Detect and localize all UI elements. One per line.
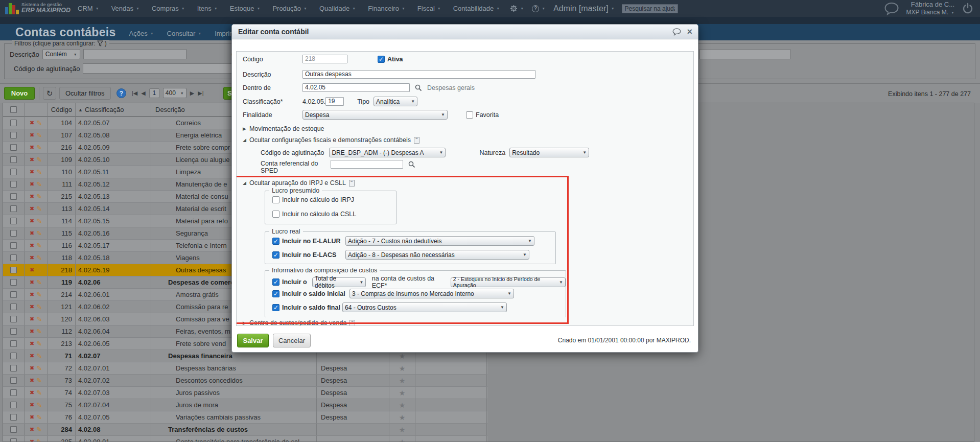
delete-icon[interactable]: ✖ — [30, 353, 34, 359]
edit-pencil-icon[interactable]: ✎ — [36, 242, 42, 249]
edit-pencil-icon[interactable]: ✎ — [36, 205, 42, 213]
delete-icon[interactable]: ✖ — [30, 156, 34, 163]
table-row[interactable]: ✖✎734.02.07.02Descontos concedidosDespes… — [3, 375, 487, 387]
favorita-cell[interactable]: ★ — [389, 399, 415, 411]
edit-pencil-icon[interactable]: ✎ — [36, 303, 42, 311]
finalidade-select[interactable]: Despesa ▼ — [302, 110, 448, 120]
edit-pencil-icon[interactable]: ✎ — [36, 315, 42, 323]
row-checkbox[interactable] — [10, 181, 17, 188]
menu-item-contabilidade[interactable]: Contabilidade▼ — [453, 5, 500, 12]
modal-chat-bubble-icon[interactable] — [672, 28, 681, 36]
incluir-o-checkbox[interactable] — [272, 278, 279, 286]
select-all-cell[interactable] — [3, 103, 25, 116]
classificacao-header[interactable]: ▲ Classificação — [76, 103, 151, 116]
next-page-icon[interactable]: ▶ — [190, 90, 194, 97]
page-number-input[interactable]: 1 — [149, 88, 159, 98]
row-select-cell[interactable] — [3, 142, 25, 153]
row-checkbox[interactable] — [10, 120, 17, 126]
menu-item-acoes[interactable]: Ações▼ — [129, 30, 154, 37]
row-select-cell[interactable] — [3, 166, 25, 178]
row-checkbox[interactable] — [10, 414, 17, 421]
saldo-inicial-select[interactable]: 3 - Compras de Insumos no Mercado Intern… — [349, 289, 514, 298]
last-page-icon[interactable]: ▶| — [198, 90, 203, 97]
menu-item-consultar[interactable]: Consultar▼ — [167, 30, 202, 37]
edit-pencil-icon[interactable]: ✎ — [36, 401, 42, 409]
row-checkbox[interactable] — [10, 389, 17, 396]
edit-pencil-icon[interactable]: ✎ — [36, 217, 42, 225]
edit-pencil-icon[interactable]: ✎ — [36, 193, 42, 200]
filter-right-input[interactable] — [699, 49, 790, 59]
chat-bubble-icon[interactable] — [884, 2, 899, 15]
star-icon[interactable]: ★ — [399, 413, 406, 422]
star-icon[interactable]: ★ — [399, 401, 406, 409]
edit-pencil-icon[interactable]: ✎ — [36, 168, 42, 176]
search-lookup-icon[interactable] — [408, 161, 415, 168]
delete-icon[interactable]: ✖ — [30, 218, 34, 224]
delete-icon[interactable]: ✖ — [30, 267, 34, 273]
edit-pencil-icon[interactable]: ✎ — [36, 131, 42, 139]
elalur-checkbox[interactable] — [272, 238, 279, 245]
section-centro-custos[interactable]: Centro de custos/pedido de venda — [249, 319, 346, 326]
prev-page-icon[interactable]: ◀ — [141, 90, 145, 97]
delete-icon[interactable]: ✖ — [30, 169, 34, 175]
star-icon[interactable]: ★ — [399, 352, 406, 360]
edit-pencil-icon[interactable]: ✎ — [36, 426, 42, 433]
delete-icon[interactable]: ✖ — [30, 205, 34, 212]
menu-item-qualidade[interactable]: Qualidade▼ — [319, 5, 356, 12]
row-select-cell[interactable] — [3, 325, 25, 337]
delete-icon[interactable]: ✖ — [30, 340, 34, 347]
delete-icon[interactable]: ✖ — [30, 377, 34, 384]
section-movimentacao[interactable]: Movimentação de estoque — [249, 125, 324, 132]
edit-pencil-icon[interactable]: ✎ — [36, 377, 42, 384]
table-row[interactable]: ✖✎2854.02.08.01Conta transitória para tr… — [3, 436, 487, 442]
row-select-cell[interactable] — [3, 117, 25, 129]
menu-item-vendas[interactable]: Vendas▼ — [111, 5, 139, 12]
settings-menu[interactable]: ▼ — [510, 5, 524, 12]
menu-item-itens[interactable]: Itens▼ — [197, 5, 218, 12]
filter-aglutinacao-input[interactable] — [83, 63, 242, 74]
delete-icon[interactable]: ✖ — [30, 402, 34, 408]
row-checkbox[interactable] — [10, 144, 17, 151]
menu-item-compras[interactable]: Compras▼ — [152, 5, 185, 12]
tipo-valor-select[interactable]: Total de débitos ▼ — [312, 277, 366, 287]
row-select-cell[interactable] — [3, 178, 25, 190]
favorita-cell[interactable]: ★ — [389, 436, 415, 442]
csll-checkbox[interactable] — [272, 211, 279, 218]
delete-icon[interactable]: ✖ — [30, 389, 34, 396]
delete-icon[interactable]: ✖ — [30, 279, 34, 286]
delete-icon[interactable]: ✖ — [30, 426, 34, 433]
sped-input[interactable] — [331, 160, 403, 169]
table-row[interactable]: ✖✎2844.02.08Transferências de custos★ — [3, 424, 487, 436]
star-icon[interactable]: ★ — [399, 389, 406, 397]
search-lookup-icon[interactable] — [415, 84, 422, 91]
row-checkbox[interactable] — [10, 340, 17, 347]
favorita-checkbox[interactable] — [466, 111, 473, 119]
row-select-cell[interactable] — [3, 375, 25, 386]
page-size-select[interactable]: 400 ▼ — [163, 88, 186, 98]
user-info[interactable]: Fábrica de C... MXP Bianca M. ▼ — [906, 1, 954, 16]
descricao-input[interactable]: Outras despesas — [302, 70, 535, 79]
logout-power-icon[interactable] — [962, 3, 974, 15]
menu-item-estoque[interactable]: Estoque▼ — [230, 5, 261, 12]
row-checkbox[interactable] — [10, 365, 17, 371]
favorita-cell[interactable]: ★ — [389, 387, 415, 399]
edit-pencil-icon[interactable]: ✎ — [36, 254, 42, 262]
codigo-header[interactable]: Código — [48, 103, 76, 116]
row-select-cell[interactable] — [3, 276, 25, 288]
filter-operator-select[interactable]: Contém ▼ — [42, 49, 80, 59]
filters-legend[interactable]: Filtros (clique para configurar: ) — [12, 40, 109, 47]
favorita-cell[interactable]: ★ — [389, 411, 415, 423]
natureza-select[interactable]: Resultado ▼ — [509, 148, 589, 157]
delete-icon[interactable]: ✖ — [30, 365, 34, 371]
row-checkbox[interactable] — [10, 218, 17, 224]
elalur-select[interactable]: Adição - 7 - Custos não dedutíveis ▼ — [345, 236, 534, 246]
favorita-cell[interactable]: ★ — [389, 424, 415, 435]
refresh-button[interactable]: ↻ — [43, 87, 56, 100]
saldo-final-checkbox[interactable] — [272, 304, 279, 311]
row-checkbox[interactable] — [10, 426, 17, 433]
row-select-cell[interactable] — [3, 289, 25, 300]
row-checkbox[interactable] — [10, 316, 17, 322]
row-checkbox[interactable] — [10, 193, 17, 200]
edit-pencil-icon[interactable]: ✎ — [36, 364, 42, 372]
row-checkbox[interactable] — [10, 205, 17, 212]
